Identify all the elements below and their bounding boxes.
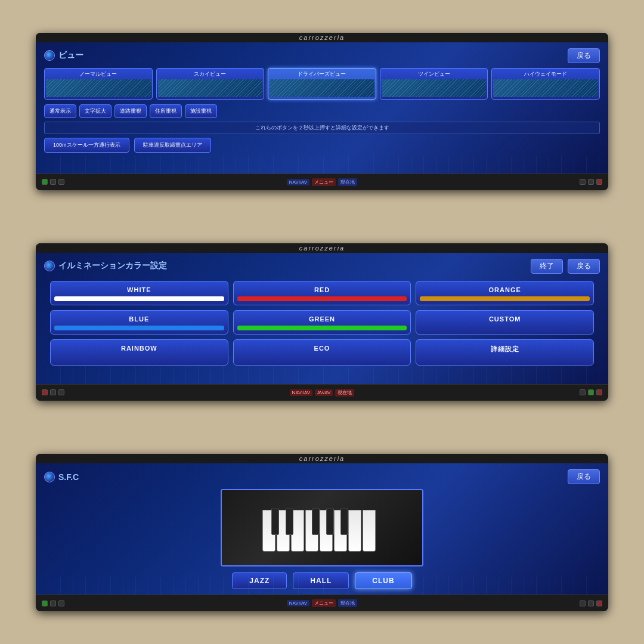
color-option-green[interactable]: GREEN	[233, 310, 411, 335]
view-btn-driver-preview	[270, 79, 374, 97]
color-label-custom: CUSTOM	[489, 315, 521, 323]
ctrl-btn-red-2[interactable]	[42, 389, 48, 395]
device-unit-1: carrozzeria ビュー 戻る ノーマルビュー スカイビュー ドライバーズ…	[36, 33, 608, 190]
piano-key-w8	[363, 510, 376, 552]
ctrl-btn-left-2[interactable]	[50, 389, 56, 395]
view-btn-sky-preview	[158, 79, 263, 97]
ctrl-btn-left-3[interactable]	[50, 600, 56, 606]
view-btn-highway-label: ハイウェイモード	[493, 70, 598, 78]
color-label-rainbow: RAINBOW	[121, 345, 157, 352]
color-swatch-orange	[420, 296, 590, 301]
ctrl-label-current-1[interactable]: 現在地	[338, 178, 357, 186]
view-btn-highway[interactable]: ハイウェイモード	[491, 68, 600, 100]
ctrl-group-left-1	[42, 179, 64, 185]
ctrl-label-navi-2[interactable]: NAVI/AV	[290, 389, 312, 396]
brand-bar-3: carrozzeria	[36, 454, 608, 463]
color-option-custom[interactable]: CUSTOM	[416, 310, 594, 335]
ctrl-group-center-3: NAVI/AV メニュー 現在地	[287, 599, 357, 607]
ctrl-btn-red-1[interactable]	[596, 179, 602, 185]
disp-btn-address[interactable]: 住所重視	[150, 104, 182, 118]
device-unit-2: carrozzeria イルミネーションカラー設定 終了 戻る WHITE RE…	[36, 243, 608, 401]
brand-label-1: carrozzeria	[299, 34, 345, 41]
view-btn-twin[interactable]: ツインビュー	[380, 68, 488, 100]
ctrl-btn-right-3[interactable]	[588, 600, 594, 606]
view-btn-driver[interactable]: ドライバーズビュー	[268, 68, 376, 100]
back-button-2[interactable]: 戻る	[568, 259, 600, 274]
ctrl-label-menu-3[interactable]: メニュー	[312, 599, 336, 607]
piano-key-b5	[340, 509, 348, 535]
ctrl-btn-minus-3[interactable]	[58, 600, 64, 606]
view-btn-twin-label: ツインビュー	[382, 70, 487, 78]
color-swatch-red	[237, 296, 407, 301]
color-swatch-rainbow	[54, 355, 224, 360]
color-option-red[interactable]: RED	[233, 281, 411, 305]
view-btn-sky[interactable]: スカイビュー	[156, 68, 265, 100]
ctrl-btn-red-3[interactable]	[596, 600, 602, 606]
color-option-white[interactable]: WHITE	[50, 281, 228, 305]
ctrl-btn-power-2[interactable]	[596, 389, 602, 395]
ctrl-group-right-1	[580, 179, 602, 185]
disp-btn-text[interactable]: 文字拡大	[79, 104, 112, 118]
ctrl-label-current-2[interactable]: 現在地	[335, 389, 354, 397]
ctrl-btn-plus-1[interactable]	[580, 179, 586, 185]
disp-btn-facility[interactable]: 施設重視	[185, 104, 217, 118]
color-swatch-custom	[420, 326, 590, 330]
ctrl-btn-green-3[interactable]	[42, 600, 48, 606]
ctrl-group-center-2: NAVI/AV AV/AV 現在地	[290, 389, 355, 397]
color-option-detail[interactable]: 詳細設定	[416, 339, 594, 366]
color-swatch-detail	[420, 357, 590, 361]
ctrl-btn-plus-2[interactable]	[580, 389, 586, 395]
ctrl-group-right-2	[580, 389, 602, 395]
view-btn-normal[interactable]: ノーマルビュー	[44, 68, 153, 100]
bottom-btn-parking[interactable]: 駐車違反取締重点エリア	[134, 138, 211, 153]
ctrl-label-menu-1[interactable]: メニュー	[312, 178, 336, 186]
view-btn-sky-label: スカイビュー	[158, 70, 263, 78]
ctrl-label-navi-3[interactable]: NAVI/AV	[287, 600, 309, 606]
color-option-orange[interactable]: ORANGE	[416, 281, 594, 305]
piano-key-b4	[326, 509, 334, 535]
ctrl-group-left-3	[42, 600, 64, 606]
screen-2: イルミネーションカラー設定 終了 戻る WHITE RED ORANGE	[36, 253, 608, 384]
ctrl-label-av-2[interactable]: AV/AV	[315, 389, 333, 396]
color-swatch-eco	[237, 355, 407, 360]
brand-label-3: carrozzeria	[299, 455, 345, 462]
ctrl-btn-green-1[interactable]	[42, 179, 48, 185]
bottom-btn-oneway[interactable]: 100mスケール一方通行表示	[44, 138, 129, 153]
color-label-white: WHITE	[127, 286, 151, 293]
screen-3: S.F.C 戻る	[36, 463, 608, 595]
ctrl-btn-green-2[interactable]	[588, 389, 594, 395]
header-btn-group-2: 終了 戻る	[531, 259, 600, 274]
control-bar-1: NAVI/AV メニュー 現在地	[36, 174, 608, 190]
wave-decoration-3	[36, 577, 608, 595]
color-option-eco[interactable]: ECO	[233, 339, 411, 366]
color-swatch-white	[54, 296, 224, 301]
screen-1: ビュー 戻る ノーマルビュー スカイビュー ドライバーズビュー ツインビュー	[36, 42, 608, 174]
back-button-3[interactable]: 戻る	[568, 469, 600, 484]
piano-key-b1	[271, 509, 279, 535]
screen-header-3: S.F.C 戻る	[44, 469, 600, 484]
ctrl-label-navi-1[interactable]: NAVI/AV	[287, 179, 309, 185]
ctrl-btn-plus-3[interactable]	[580, 600, 586, 606]
color-label-red: RED	[314, 286, 330, 293]
screen-header-2: イルミネーションカラー設定 終了 戻る	[44, 259, 600, 274]
title-orb-2	[44, 261, 55, 271]
disp-btn-road[interactable]: 道路重視	[114, 104, 147, 118]
view-btn-highway-preview	[493, 79, 598, 97]
disp-btn-normal[interactable]: 通常表示	[44, 104, 76, 118]
ctrl-btn-minus-1[interactable]	[58, 179, 64, 185]
end-button-2[interactable]: 終了	[531, 259, 563, 274]
color-swatch-blue	[54, 326, 224, 330]
bottom-options-row: 100mスケール一方通行表示 駐車違反取締重点エリア	[44, 138, 600, 153]
ctrl-btn-left-1[interactable]	[50, 179, 56, 185]
color-option-rainbow[interactable]: RAINBOW	[50, 339, 228, 366]
view-btn-twin-preview	[382, 79, 487, 97]
brand-label-2: carrozzeria	[299, 244, 345, 252]
back-button-1[interactable]: 戻る	[568, 48, 600, 63]
ctrl-group-right-3	[580, 600, 602, 606]
ctrl-btn-minus-2[interactable]	[58, 389, 64, 395]
device-unit-3: carrozzeria S.F.C 戻る	[36, 454, 608, 611]
ctrl-btn-right-1[interactable]	[588, 179, 594, 185]
ctrl-label-current-3[interactable]: 現在地	[338, 599, 357, 607]
color-option-blue[interactable]: BLUE	[50, 310, 228, 335]
view-btn-driver-label: ドライバーズビュー	[270, 70, 374, 78]
